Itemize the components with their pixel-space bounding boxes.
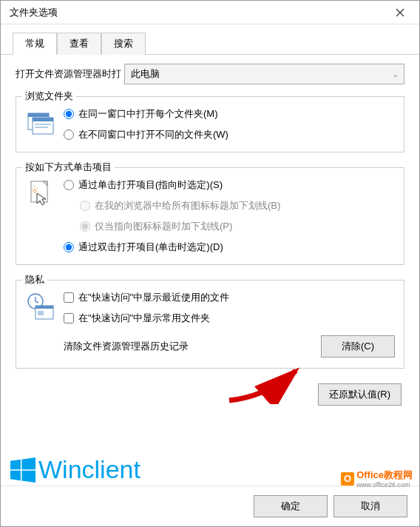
folder-options-window: 文件夹选项 常规 查看 搜索 打开文件资源管理器时打 此电脑 ⌵ 浏览文件夹 xyxy=(0,0,420,527)
clear-button[interactable]: 清除(C) xyxy=(321,335,395,358)
radio-underline-all xyxy=(80,201,90,211)
single-click-radio[interactable]: 通过单击打开项目(指向时选定)(S) xyxy=(64,178,395,192)
restore-defaults-button[interactable]: 还原默认值(R) xyxy=(318,383,402,406)
tab-view[interactable]: 查看 xyxy=(57,33,101,55)
show-recent-files-checkbox[interactable]: 在"快速访问"中显示最近使用的文件 xyxy=(64,291,395,304)
svg-rect-4 xyxy=(35,124,51,125)
click-items-group: 按如下方式单击项目 通过单击打开项目(指向时选定)(S) 在我的浏览器中给所有图… xyxy=(16,167,404,265)
bottom-button-bar: 确定 取消 xyxy=(1,486,419,526)
svg-rect-3 xyxy=(33,118,53,121)
radio-same-window[interactable] xyxy=(64,109,74,119)
dropdown-value: 此电脑 xyxy=(131,67,160,81)
browse-diff-window-radio[interactable]: 在不同窗口中打开不同的文件夹(W) xyxy=(64,128,395,141)
tab-general[interactable]: 常规 xyxy=(13,33,57,55)
click-cursor-icon xyxy=(25,180,55,209)
underline-hover-radio: 仅当指向图标标题时加下划线(P) xyxy=(80,220,395,233)
radio-single-click[interactable] xyxy=(64,180,74,190)
cancel-button[interactable]: 取消 xyxy=(333,495,407,517)
chevron-down-icon: ⌵ xyxy=(393,70,398,78)
radio-double-click[interactable] xyxy=(64,242,74,252)
svg-rect-5 xyxy=(35,127,48,128)
close-button[interactable] xyxy=(383,1,416,24)
open-explorer-row: 打开文件资源管理器时打 此电脑 ⌵ xyxy=(16,64,404,84)
svg-rect-11 xyxy=(38,311,44,315)
checkbox-frequent-folders[interactable] xyxy=(64,313,74,323)
open-explorer-dropdown[interactable]: 此电脑 ⌵ xyxy=(124,64,404,84)
radio-underline-hover xyxy=(80,221,90,232)
underline-all-radio: 在我的浏览器中给所有图标标题加下划线(B) xyxy=(80,199,395,212)
privacy-legend: 隐私 xyxy=(22,273,47,286)
svg-rect-1 xyxy=(28,113,49,117)
browse-folders-legend: 浏览文件夹 xyxy=(22,90,76,103)
ok-button[interactable]: 确定 xyxy=(254,495,328,517)
clear-history-label: 清除文件资源管理器历史记录 xyxy=(64,340,189,353)
browse-folders-group: 浏览文件夹 在同一窗口中打开每个文件夹(M) 在不同窗口中打开不同的文件夹(W) xyxy=(16,96,404,152)
privacy-clock-icon xyxy=(25,292,55,322)
show-frequent-folders-checkbox[interactable]: 在"快速访问"中显示常用文件夹 xyxy=(64,312,395,325)
folder-windows-icon xyxy=(25,109,55,138)
content-area: 打开文件资源管理器时打 此电脑 ⌵ 浏览文件夹 在同一窗口中打开每个文件夹(M) xyxy=(1,55,419,486)
checkbox-recent-files[interactable] xyxy=(64,292,74,303)
double-click-radio[interactable]: 通过双击打开项目(单击时选定)(D) xyxy=(64,241,395,254)
privacy-group: 隐私 在"快速访问"中显示最近使用的文件 在"快速访问"中显示常用文件夹 清 xyxy=(16,280,404,369)
click-items-legend: 按如下方式单击项目 xyxy=(22,161,115,174)
svg-rect-10 xyxy=(35,306,53,309)
tabbar: 常规 查看 搜索 xyxy=(1,24,419,55)
clear-history-row: 清除文件资源管理器历史记录 清除(C) xyxy=(64,335,395,358)
titlebar: 文件夹选项 xyxy=(1,1,419,24)
restore-row: 还原默认值(R) xyxy=(16,383,404,406)
open-explorer-label: 打开文件资源管理器时打 xyxy=(16,67,121,81)
close-icon xyxy=(396,8,404,17)
radio-diff-window[interactable] xyxy=(64,130,74,140)
window-title: 文件夹选项 xyxy=(10,6,58,19)
tab-search[interactable]: 搜索 xyxy=(101,33,146,55)
browse-same-window-radio[interactable]: 在同一窗口中打开每个文件夹(M) xyxy=(64,107,395,121)
